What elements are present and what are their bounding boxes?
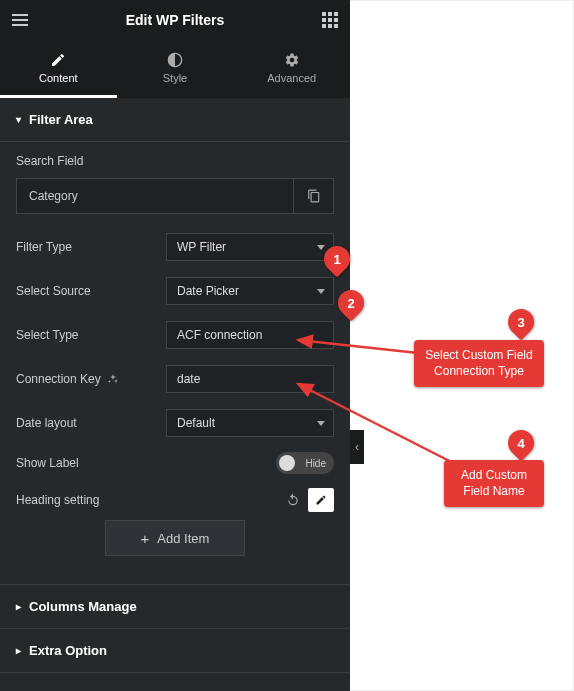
section-extra-option[interactable]: Extra Option xyxy=(0,629,350,673)
row-show-label: Show Label Hide xyxy=(16,452,334,474)
select-source-select[interactable]: Date Picker xyxy=(166,277,334,305)
chevron-down-icon xyxy=(16,114,21,125)
search-field-label: Search Field xyxy=(16,154,334,168)
annotation-callout-4: Add Custom Field Name xyxy=(444,460,544,507)
repeater-item-title: Category xyxy=(17,179,293,213)
panel-body: Filter Area Search Field Category Filter… xyxy=(0,98,350,691)
section-columns-manage[interactable]: Columns Manage xyxy=(0,585,350,629)
filter-type-select[interactable]: WP Filter xyxy=(166,233,334,261)
annotation-callout-3: Select Custom Field Connection Type xyxy=(414,340,544,387)
show-label-toggle[interactable]: Hide xyxy=(276,452,334,474)
duplicate-button[interactable] xyxy=(293,179,333,213)
contrast-icon xyxy=(167,52,183,68)
chevron-left-icon: ‹ xyxy=(355,440,359,454)
plus-icon: + xyxy=(141,530,150,547)
row-heading-setting: Heading setting xyxy=(16,488,334,512)
chevron-right-icon xyxy=(16,601,21,612)
panel-collapse-button[interactable]: ‹ xyxy=(350,430,364,464)
panel-header: Edit WP Filters xyxy=(0,0,350,40)
gear-icon xyxy=(284,52,300,68)
pencil-icon xyxy=(315,494,327,506)
elementor-panel: Edit WP Filters Content Style Advanced xyxy=(0,0,350,691)
row-select-source: Select Source Date Picker xyxy=(16,276,334,306)
menu-icon[interactable] xyxy=(10,10,30,30)
repeater-item-category[interactable]: Category xyxy=(16,178,334,214)
copy-icon xyxy=(307,189,321,203)
panel-title: Edit WP Filters xyxy=(126,12,225,28)
row-filter-type: Filter Type WP Filter xyxy=(16,232,334,262)
connection-key-input[interactable] xyxy=(166,365,334,393)
apps-icon[interactable] xyxy=(320,10,340,30)
edit-heading-button[interactable] xyxy=(308,488,334,512)
tab-content[interactable]: Content xyxy=(0,40,117,98)
undo-icon xyxy=(286,493,300,507)
filter-area-body: Search Field Category Filter Type WP Fil… xyxy=(0,142,350,585)
pencil-icon xyxy=(50,52,66,68)
add-item-button[interactable]: + Add Item xyxy=(105,520,245,556)
section-filter-area[interactable]: Filter Area xyxy=(0,98,350,142)
tab-advanced[interactable]: Advanced xyxy=(233,40,350,98)
chevron-right-icon xyxy=(16,645,21,656)
row-select-type: Select Type xyxy=(16,320,334,350)
row-connection-key: Connection Key xyxy=(16,364,334,394)
row-date-layout: Date layout Default xyxy=(16,408,334,438)
tab-style[interactable]: Style xyxy=(117,40,234,98)
dynamic-icon[interactable] xyxy=(107,373,119,385)
date-layout-select[interactable]: Default xyxy=(166,409,334,437)
panel-tabs: Content Style Advanced xyxy=(0,40,350,98)
reset-button[interactable] xyxy=(282,488,304,512)
toggle-knob xyxy=(279,455,295,471)
select-type-input[interactable] xyxy=(166,321,334,349)
